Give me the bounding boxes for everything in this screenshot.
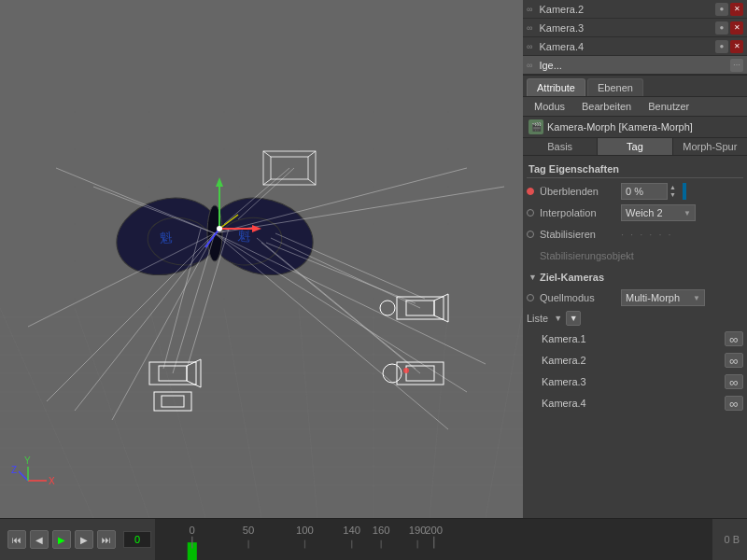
menu-benutzer[interactable]: Benutzer <box>641 99 697 114</box>
spinbox-ueberblenden: ▲ ▼ <box>669 184 679 199</box>
timeline-ruler[interactable]: 0 50 100 140 160 190 200 <box>155 519 712 560</box>
dropdown-quellmodus[interactable]: Multi-Morph ▼ <box>621 289 705 306</box>
section-tag-eigenschaften: Tag Eigenschaften <box>527 160 743 178</box>
input-ueberblenden[interactable] <box>621 183 668 200</box>
prop-stabilisierungsobjekt: Stabilisierungsobjekt <box>527 246 743 265</box>
svg-line-63 <box>261 243 420 373</box>
radio-stabilisieren[interactable] <box>527 231 534 238</box>
infinity-icon-kamera2[interactable]: ∞ <box>725 353 743 368</box>
cam-dot[interactable]: ● <box>715 40 728 53</box>
svg-line-66 <box>75 233 215 411</box>
label-stabilisierungsobjekt: Stabilisierungsobjekt <box>537 250 658 261</box>
attribute-tabs: Attribute Ebenen <box>523 76 747 97</box>
menu-modus[interactable]: Modus <box>527 99 572 114</box>
svg-line-11 <box>75 308 149 518</box>
cam-close[interactable]: ✕ <box>730 21 743 35</box>
radio-interpolation[interactable] <box>527 209 534 217</box>
camera-item-kamera2: Kamera.2 ∞ <box>527 351 743 370</box>
cam-close[interactable]: ✕ <box>730 40 743 53</box>
object-name: Kamera-Morph [Kamera-Morph] <box>547 121 693 133</box>
right-panel: ∞ Kamera.2 ● ✕ ∞ Kamera.3 ● ✕ ∞ Kamera.4… <box>523 0 747 518</box>
svg-text:魁: 魁 <box>237 229 251 244</box>
svg-line-65 <box>47 233 215 401</box>
timeline-info: 0 B <box>716 534 747 545</box>
svg-line-69 <box>215 233 467 392</box>
infinity-icon-kamera3[interactable]: ∞ <box>725 374 743 389</box>
svg-point-31 <box>144 213 217 270</box>
svg-point-34 <box>207 205 222 261</box>
camera-list-item[interactable]: ∞ Kamera.2 ● ✕ <box>523 0 747 19</box>
svg-rect-38 <box>149 362 196 385</box>
svg-rect-45 <box>154 392 191 411</box>
cam-icons: ● ✕ <box>715 3 743 16</box>
camera-item-kamera3: Kamera.3 ∞ <box>527 372 743 391</box>
spinbox-down[interactable]: ▼ <box>669 191 679 199</box>
cam-dot[interactable]: ● <box>715 3 728 16</box>
radio-ueberblenden[interactable] <box>527 188 534 195</box>
btn-play[interactable]: ▶ <box>52 530 71 549</box>
svg-line-58 <box>271 238 420 308</box>
svg-line-16 <box>430 308 448 518</box>
svg-line-75 <box>215 187 504 233</box>
svg-line-71 <box>215 233 448 429</box>
svg-line-53 <box>308 179 316 185</box>
svg-line-64 <box>257 238 416 369</box>
tab-basis[interactable]: Basis <box>523 138 598 155</box>
tab-morph-spur[interactable]: Morph-Spur <box>673 138 747 155</box>
timeline: ⏮ ◀ ▶ ▶ ⏭ 0 0 50 100 140 160 190 200 0 B <box>0 518 747 560</box>
section-ziel-kameras[interactable]: ▼ Ziel-Kameras <box>527 269 743 286</box>
svg-point-30 <box>108 187 227 286</box>
timeline-controls: ⏮ ◀ ▶ ▶ ⏭ <box>0 530 123 549</box>
camera-list-item[interactable]: ∞ Ige... ⋯ <box>523 56 747 75</box>
svg-text:140: 140 <box>343 525 360 536</box>
svg-point-89 <box>403 368 409 373</box>
viewport-3d[interactable]: 魁 魁 <box>0 0 523 518</box>
time-display: 0 <box>123 531 151 548</box>
camera-item-kamera4: Kamera.4 ∞ <box>527 394 743 413</box>
dropdown-interpolation[interactable]: Weich 2 ▼ <box>621 204 696 221</box>
svg-marker-85 <box>252 225 261 232</box>
chevron-down-icon: ▼ <box>684 209 691 217</box>
radio-quellmodus[interactable] <box>527 294 534 301</box>
cam-icons: ● ✕ <box>715 40 743 53</box>
chevron-down-icon: ▼ <box>693 294 700 302</box>
svg-text:魁: 魁 <box>159 231 173 245</box>
cam-dot[interactable]: ● <box>715 21 728 35</box>
tab-attribute[interactable]: Attribute <box>527 78 585 96</box>
btn-skip-end[interactable]: ⏭ <box>97 530 116 549</box>
value-indicator <box>683 183 686 200</box>
object-icon: 🎬 <box>529 119 543 134</box>
cam-icons: ● ✕ <box>715 21 743 35</box>
spinbox-up[interactable]: ▲ <box>669 184 679 191</box>
svg-line-52 <box>308 151 316 157</box>
camera-item-kamera1: Kamera.1 ∞ <box>527 329 743 348</box>
svg-rect-41 <box>397 297 444 319</box>
camera-list-item[interactable]: ∞ Kamera.4 ● ✕ <box>523 37 747 56</box>
svg-point-32 <box>203 187 321 286</box>
btn-prev-frame[interactable]: ◀ <box>30 530 49 549</box>
svg-line-14 <box>299 308 317 518</box>
camera-list-item[interactable]: ∞ Kamera.3 ● ✕ <box>523 19 747 37</box>
infinity-icon-kamera1[interactable]: ∞ <box>725 331 743 346</box>
svg-rect-50 <box>263 151 316 185</box>
cam-options[interactable]: ⋯ <box>730 59 743 72</box>
cam-close[interactable]: ✕ <box>730 3 743 16</box>
tab-ebenen[interactable]: Ebenen <box>587 78 643 96</box>
svg-rect-44 <box>162 396 184 407</box>
tab-tag[interactable]: Tag <box>598 138 672 155</box>
attr-menu: Modus Bearbeiten Benutzer <box>523 97 747 117</box>
svg-text:190: 190 <box>409 525 427 536</box>
svg-text:Z: Z <box>11 465 17 475</box>
prop-ueberblenden: Überblenden ▲ ▼ <box>527 182 743 201</box>
list-options-dropdown[interactable]: ▼ <box>566 311 581 326</box>
value-interpolation: Weich 2 ▼ <box>621 204 743 221</box>
menu-bearbeiten[interactable]: Bearbeiten <box>574 99 639 114</box>
btn-skip-start[interactable]: ⏮ <box>7 530 26 549</box>
svg-marker-39 <box>187 359 201 387</box>
svg-marker-83 <box>216 177 223 187</box>
btn-next-frame[interactable]: ▶ <box>75 530 93 549</box>
svg-line-61 <box>224 168 289 224</box>
svg-text:0: 0 <box>190 525 195 536</box>
infinity-icon-kamera4[interactable]: ∞ <box>725 396 743 411</box>
svg-line-87 <box>219 215 238 229</box>
